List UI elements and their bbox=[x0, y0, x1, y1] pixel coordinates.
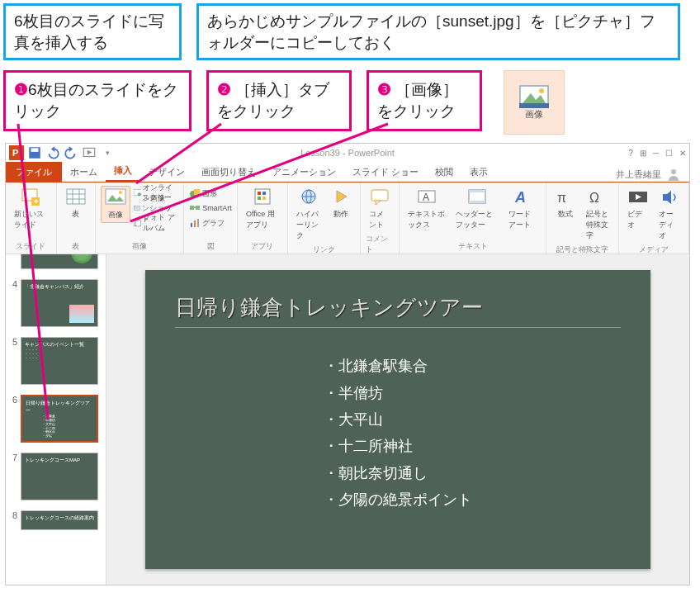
hyperlink-button[interactable]: ハイパーリンク bbox=[293, 186, 324, 243]
slide-editor-area[interactable]: 日帰り鎌倉トレッキングツアー 北鎌倉駅集合 半僧坊 大平山 十二所神社 朝比奈切… bbox=[106, 254, 689, 585]
svg-rect-21 bbox=[106, 189, 125, 204]
office-app-icon bbox=[252, 187, 273, 207]
screenshot-icon bbox=[134, 202, 140, 214]
slide-thumb-7[interactable]: トレッキングコースMAP bbox=[21, 453, 98, 500]
tab-home[interactable]: ホーム bbox=[62, 163, 106, 182]
qat-customize-icon[interactable]: ▾ bbox=[100, 145, 115, 160]
equation-icon: π bbox=[555, 187, 576, 207]
svg-rect-31 bbox=[194, 189, 200, 195]
tab-view[interactable]: 表示 bbox=[461, 163, 496, 182]
app-icon[interactable]: P bbox=[9, 145, 24, 160]
slide-thumb-8[interactable]: トレッキングコースの経路案内 bbox=[21, 510, 98, 530]
textbox-button[interactable]: A テキストボックス bbox=[404, 186, 449, 232]
headerfooter-label: ヘッダーとフッター bbox=[456, 209, 499, 230]
start-slideshow-icon[interactable] bbox=[82, 145, 97, 160]
image-button[interactable]: 画像 bbox=[101, 186, 130, 223]
list-item: 朝比奈切通し bbox=[324, 460, 621, 486]
comment-icon bbox=[369, 187, 390, 207]
svg-text:A: A bbox=[423, 192, 429, 203]
svg-marker-48 bbox=[376, 201, 381, 205]
shapes-button[interactable]: 図形 bbox=[189, 186, 232, 201]
slide-thumb-6[interactable]: 日帰り鎌倉トレッキングツアー ・北鎌倉・半僧坊・大平山・十二所・朝比奈・夕陽 bbox=[21, 395, 98, 443]
svg-marker-9 bbox=[69, 146, 73, 152]
minimize-icon[interactable]: ─ bbox=[653, 149, 659, 158]
svg-rect-33 bbox=[196, 206, 200, 210]
close-icon[interactable]: ✕ bbox=[679, 149, 686, 158]
wordart-label: ワードアート bbox=[508, 209, 537, 230]
equation-button[interactable]: π 数式 bbox=[551, 186, 579, 221]
slide-title[interactable]: 日帰り鎌倉トレッキングツアー bbox=[175, 293, 621, 328]
svg-rect-47 bbox=[371, 190, 388, 201]
current-slide[interactable]: 日帰り鎌倉トレッキングツアー 北鎌倉駅集合 半僧坊 大平山 十二所神社 朝比奈切… bbox=[145, 270, 650, 569]
svg-rect-36 bbox=[194, 220, 196, 227]
group-label-app: アプリ bbox=[251, 241, 273, 252]
smartart-label: SmartArt bbox=[202, 204, 232, 212]
picture-icon bbox=[519, 85, 549, 108]
new-slide-icon: ✦ bbox=[20, 187, 41, 207]
chart-label: グラフ bbox=[202, 218, 225, 229]
shapes-label: 図形 bbox=[202, 188, 217, 199]
tab-file[interactable]: ファイル bbox=[6, 162, 62, 182]
audio-icon bbox=[659, 187, 680, 207]
thumb-title: 日帰り鎌倉トレッキングツアー bbox=[26, 400, 93, 415]
symbol-button[interactable]: Ω 記号と特殊文字 bbox=[583, 186, 613, 243]
ribbon-options-icon[interactable]: ⊞ bbox=[640, 149, 646, 158]
slide-thumb-5[interactable]: キャンパスのイベント一覧 ・・・・・・・・・・・・ bbox=[21, 337, 98, 385]
svg-point-12 bbox=[671, 169, 676, 174]
image-button-label: 画像 bbox=[525, 108, 543, 121]
tab-transitions[interactable]: 画面切り替え bbox=[193, 163, 264, 182]
svg-point-25 bbox=[138, 193, 141, 197]
group-label-text: テキスト bbox=[458, 241, 488, 252]
audio-button[interactable]: オーディオ bbox=[655, 186, 683, 243]
tab-slideshow[interactable]: スライド ショー bbox=[344, 163, 427, 182]
group-label-slide: スライド bbox=[16, 241, 45, 252]
textbox-icon: A bbox=[416, 187, 438, 207]
video-button[interactable]: ビデオ bbox=[624, 186, 652, 232]
tab-animations[interactable]: アニメーション bbox=[264, 163, 344, 182]
callout-step-1: ❶6枚目のスライドをクリック bbox=[3, 70, 192, 130]
headerfooter-button[interactable]: ヘッダーとフッター bbox=[452, 186, 502, 232]
thumb-body: ・北鎌倉・半僧坊・大平山・十二所・朝比奈・夕陽 bbox=[42, 415, 93, 438]
redo-icon[interactable] bbox=[64, 145, 78, 160]
save-icon[interactable] bbox=[27, 145, 42, 160]
image-button-enlarged: 画像 bbox=[504, 70, 565, 135]
svg-text:π: π bbox=[557, 191, 566, 205]
maximize-icon[interactable]: ☐ bbox=[665, 149, 673, 158]
callout-step-2: ❷ ［挿入］タブをクリック bbox=[206, 70, 352, 130]
video-label: ビデオ bbox=[627, 209, 649, 230]
slide-thumbnail-pane[interactable]: 4 「北鎌倉キャンパス」紹介 5 キャンパスのイベント一覧 ・・・・・・・・・・… bbox=[6, 254, 106, 585]
new-slide-button[interactable]: ✦ 新しいスライド bbox=[11, 186, 51, 232]
tab-insert[interactable]: 挿入 bbox=[106, 161, 140, 182]
video-icon bbox=[627, 187, 649, 207]
step-number-3: ❸ bbox=[377, 79, 391, 101]
picture-icon bbox=[105, 188, 126, 208]
slide-thumb-4[interactable]: 「北鎌倉キャンパス」紹介 bbox=[21, 279, 98, 327]
chart-button[interactable]: グラフ bbox=[189, 216, 232, 230]
group-label-comment: コメント bbox=[366, 234, 394, 255]
tab-review[interactable]: 校閲 bbox=[427, 163, 461, 182]
undo-icon[interactable] bbox=[45, 145, 60, 160]
chart-icon bbox=[189, 217, 201, 229]
group-label-table: 表 bbox=[72, 241, 79, 252]
table-icon bbox=[65, 187, 87, 207]
svg-marker-11 bbox=[88, 150, 92, 155]
table-button[interactable]: 表 bbox=[62, 186, 90, 221]
wordart-button[interactable]: A ワードアート bbox=[505, 186, 541, 232]
thumb-number: 8 bbox=[9, 510, 17, 520]
action-button[interactable]: 動作 bbox=[327, 186, 355, 221]
help-icon[interactable]: ? bbox=[628, 149, 633, 158]
tab-design[interactable]: デザイン bbox=[140, 163, 193, 182]
account-avatar-icon[interactable] bbox=[666, 167, 681, 182]
svg-rect-16 bbox=[67, 189, 85, 204]
svg-marker-59 bbox=[663, 191, 671, 204]
svg-rect-35 bbox=[191, 223, 192, 227]
office-app-button[interactable]: Office 用アプリ bbox=[243, 186, 282, 232]
smartart-button[interactable]: SmartArt bbox=[189, 201, 232, 216]
account-name[interactable]: 井上香緒里 bbox=[616, 168, 661, 181]
slide-bullet-list[interactable]: 北鎌倉駅集合 半僧坊 大平山 十二所神社 朝比奈切通し 夕陽の絶景ポイント bbox=[324, 353, 621, 513]
slide-thumb-3[interactable] bbox=[21, 254, 98, 269]
photo-album-button[interactable]: フォト アルバム bbox=[134, 216, 178, 230]
thumb-body: ・・・・・・・・・・・・ bbox=[25, 348, 94, 360]
comment-button[interactable]: コメント bbox=[366, 186, 394, 232]
svg-text:✦: ✦ bbox=[33, 197, 40, 206]
